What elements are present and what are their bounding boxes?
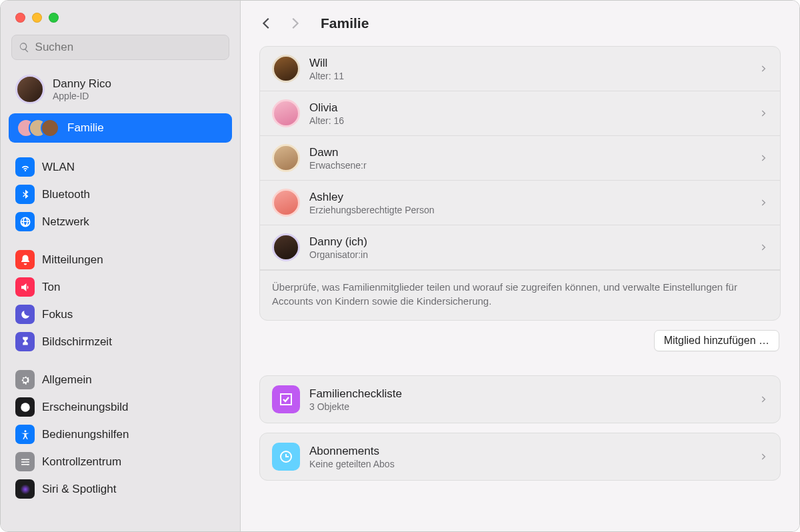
add-member-button[interactable]: Mitglied hinzufügen … <box>654 330 779 351</box>
member-row[interactable]: OliviaAlter: 16 <box>260 91 780 136</box>
moon-icon <box>15 305 35 324</box>
add-member-wrap: Mitglied hinzufügen … <box>259 330 779 351</box>
account-name: Danny Rico <box>53 77 111 91</box>
sidebar-item-label: Ton <box>42 281 60 294</box>
bluetooth-icon <box>15 185 35 204</box>
minimize-window-button[interactable] <box>32 13 42 23</box>
member-sub: Erwachsene:r <box>309 160 749 171</box>
svg-point-0 <box>21 403 30 412</box>
member-avatar <box>272 233 300 261</box>
svg-point-1 <box>24 430 26 432</box>
chevron-right-icon <box>759 395 768 404</box>
forward-button[interactable] <box>287 16 302 31</box>
chevron-right-icon <box>759 109 768 118</box>
sidebar-item-erscheinungsbild[interactable]: Erscheinungsbild <box>9 393 232 421</box>
sidebar-item-label: Fokus <box>42 308 73 321</box>
close-window-button[interactable] <box>15 13 25 23</box>
member-sub: Organisator:in <box>309 249 749 260</box>
sidebar-item-label: WLAN <box>42 161 75 174</box>
subscriptions-sub: Keine geteilten Abos <box>309 459 749 469</box>
sidebar-item-account[interactable]: Danny Rico Apple-ID <box>9 69 232 109</box>
appearance-icon <box>15 397 35 417</box>
member-name: Danny (ich) <box>309 235 749 249</box>
search-input[interactable] <box>35 41 222 54</box>
chevron-right-icon <box>759 452 768 461</box>
globe-icon <box>15 212 35 231</box>
checklist-icon <box>272 385 300 413</box>
avatar <box>41 119 59 137</box>
accessibility-icon <box>15 425 35 444</box>
sidebar-item-label: Bedienungshilfen <box>42 428 129 441</box>
member-sub: Alter: 16 <box>309 115 749 126</box>
chevron-right-icon <box>759 64 768 73</box>
sidebar-group-focus: MitteilungenTonFokusBildschirmzeit <box>9 246 232 355</box>
checklist-sub: 3 Objekte <box>309 401 749 412</box>
search-icon <box>19 41 30 53</box>
member-avatar <box>272 189 300 217</box>
back-button[interactable] <box>259 16 274 31</box>
member-name: Will <box>309 57 749 70</box>
sidebar-item-label: Mitteilungen <box>42 253 103 267</box>
family-checklist-row[interactable]: Familiencheckliste 3 Objekte <box>260 376 780 423</box>
members-footer-text: Überprüfe, was Familienmitglieder teilen… <box>260 270 780 320</box>
svg-point-3 <box>23 461 24 462</box>
member-avatar <box>272 55 300 83</box>
wifi-icon <box>15 157 35 177</box>
sidebar-item-family[interactable]: Familie <box>9 113 232 143</box>
sidebar-item-label: Netzwerk <box>42 215 89 229</box>
member-name: Ashley <box>309 191 749 204</box>
sidebar-item-label: Familie <box>67 121 104 135</box>
sidebar-item-wlan[interactable]: WLAN <box>9 153 232 181</box>
sidebar-item-siri-spotlight[interactable]: Siri & Spotlight <box>9 475 232 503</box>
sidebar-item-allgemein[interactable]: Allgemein <box>9 366 232 393</box>
sidebar-item-bedienungshilfen[interactable]: Bedienungshilfen <box>9 421 232 448</box>
member-row[interactable]: WillAlter: 11 <box>260 47 780 91</box>
sidebar-item-netzwerk[interactable]: Netzwerk <box>9 208 232 235</box>
bell-icon <box>15 250 35 269</box>
subscriptions-row[interactable]: Abonnements Keine geteilten Abos <box>260 433 780 480</box>
sidebar-item-bildschirmzeit[interactable]: Bildschirmzeit <box>9 328 232 355</box>
sidebar-item-label: Erscheinungsbild <box>42 401 128 414</box>
family-members-panel: WillAlter: 11OliviaAlter: 16DawnErwachse… <box>259 46 781 321</box>
sidebar-item-kontrollzentrum[interactable]: Kontrollzentrum <box>9 448 232 475</box>
sidebar-item-mitteilungen[interactable]: Mitteilungen <box>9 246 232 273</box>
member-row[interactable]: AshleyErziehungsberechtigte Person <box>260 181 780 225</box>
svg-point-5 <box>20 484 30 494</box>
member-avatar <box>272 99 300 127</box>
account-sub: Apple-ID <box>53 91 111 101</box>
subscriptions-panel: Abonnements Keine geteilten Abos <box>259 433 781 481</box>
account-avatar <box>15 75 45 104</box>
fullscreen-window-button[interactable] <box>49 13 59 23</box>
checklist-panel: Familiencheckliste 3 Objekte <box>259 375 781 423</box>
member-sub: Alter: 11 <box>309 71 749 81</box>
sidebar-item-bluetooth[interactable]: Bluetooth <box>9 181 232 208</box>
member-name: Olivia <box>309 101 749 115</box>
member-name: Dawn <box>309 146 749 159</box>
settings-window: Danny Rico Apple-ID Familie WLANBluetoot… <box>0 0 800 532</box>
sidebar-item-label: Bildschirmzeit <box>42 335 112 349</box>
siri-icon <box>15 479 35 499</box>
sidebar-scroll: Danny Rico Apple-ID Familie WLANBluetoot… <box>1 69 240 531</box>
member-row[interactable]: DawnErwachsene:r <box>260 136 780 181</box>
family-avatars-stack <box>17 119 59 137</box>
content-scroll[interactable]: WillAlter: 11OliviaAlter: 16DawnErwachse… <box>241 46 799 531</box>
chevron-right-icon <box>759 198 768 207</box>
checklist-title: Familiencheckliste <box>309 387 749 401</box>
sidebar-item-ton[interactable]: Ton <box>9 273 232 301</box>
search-container <box>1 32 240 69</box>
svg-point-2 <box>26 459 27 460</box>
speaker-icon <box>15 277 35 297</box>
chevron-right-icon <box>759 153 768 163</box>
sidebar-group-general: AllgemeinErscheinungsbildBedienungshilfe… <box>9 366 232 503</box>
search-field[interactable] <box>11 35 229 60</box>
member-row[interactable]: Danny (ich)Organisator:in <box>260 225 780 270</box>
subscriptions-title: Abonnements <box>309 445 749 458</box>
sidebar: Danny Rico Apple-ID Familie WLANBluetoot… <box>1 1 241 531</box>
sidebar-item-label: Kontrollzentrum <box>42 455 121 469</box>
chevron-right-icon <box>759 243 768 252</box>
sidebar-item-fokus[interactable]: Fokus <box>9 301 232 328</box>
sidebar-item-label: Siri & Spotlight <box>42 483 117 496</box>
sidebar-item-label: Allgemein <box>42 373 92 387</box>
page-title: Familie <box>321 15 369 31</box>
hourglass-icon <box>15 332 35 351</box>
